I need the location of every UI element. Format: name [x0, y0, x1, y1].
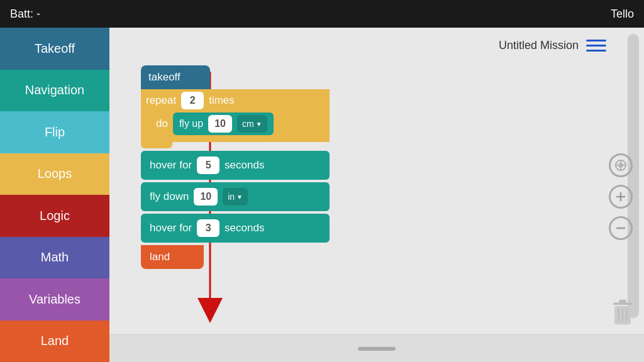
menu-line-3 [586, 50, 606, 52]
svg-rect-11 [619, 300, 626, 304]
main-canvas: Untitled Mission takeoff repeat 2 time [109, 28, 644, 362]
block-repeat-container: repeat 2 times do fly up 10 cm ▼ [141, 89, 330, 142]
mission-title: Untitled Mission [499, 39, 579, 52]
fly-up-unit-box[interactable]: cm ▼ [237, 115, 267, 133]
scroll-handle [358, 347, 396, 351]
minus-icon [614, 222, 627, 234]
block-takeoff[interactable]: takeoff [141, 65, 210, 89]
block-area: takeoff repeat 2 times do fly up 10 [141, 65, 330, 269]
menu-line-1 [586, 40, 606, 41]
crosshair-button[interactable] [609, 153, 633, 177]
sidebar-item-logic[interactable]: Logic [0, 195, 109, 237]
crosshair-icon [614, 158, 628, 172]
unit-dropdown-icon: ▼ [256, 121, 262, 128]
block-land[interactable]: land [141, 245, 204, 269]
block-do-row: do fly up 10 cm ▼ [156, 112, 325, 136]
sidebar: Takeoff Navigation Flip Loops Logic Math… [0, 28, 109, 362]
fly-up-value-box[interactable]: 10 [208, 115, 232, 133]
svg-marker-2 [197, 298, 223, 323]
sidebar-item-math[interactable]: Math [0, 237, 109, 279]
sidebar-item-takeoff[interactable]: Takeoff [0, 28, 109, 70]
trash-icon [609, 298, 636, 328]
sidebar-item-loops[interactable]: Loops [0, 153, 109, 195]
menu-line-2 [586, 45, 606, 47]
zoom-in-button[interactable] [609, 185, 633, 209]
repeat-value-box[interactable]: 2 [181, 92, 204, 109]
zoom-out-button[interactable] [609, 216, 633, 240]
repeat-end-cap [141, 142, 172, 148]
bottom-scroll[interactable] [109, 334, 644, 362]
menu-button[interactable] [586, 35, 606, 55]
sidebar-item-navigation[interactable]: Navigation [0, 70, 109, 112]
sidebar-item-flip[interactable]: Flip [0, 111, 109, 153]
batt-label: Batt: - [10, 8, 40, 21]
top-bar: Batt: - Tello [0, 0, 644, 28]
block-fly-down[interactable]: fly down 10 in ▼ [141, 182, 330, 211]
sidebar-item-variables[interactable]: Variables [0, 278, 109, 321]
sidebar-item-land[interactable]: Land [0, 321, 109, 363]
app-name: Tello [611, 8, 634, 21]
controls-panel [609, 153, 633, 240]
block-fly-up[interactable]: fly up 10 cm ▼ [173, 112, 274, 135]
fly-down-unit-box[interactable]: in ▼ [223, 188, 248, 206]
block-hover-2[interactable]: hover for 3 seconds [141, 214, 330, 243]
block-hover-1[interactable]: hover for 5 seconds [141, 151, 330, 180]
block-repeat-header: repeat 2 times [146, 89, 325, 112]
trash-area[interactable] [609, 298, 636, 331]
plus-icon [614, 190, 627, 203]
mission-area: Untitled Mission [499, 35, 606, 55]
hover2-value-box[interactable]: 3 [197, 219, 219, 237]
fly-down-dropdown-icon: ▼ [236, 194, 243, 200]
fly-down-value-box[interactable]: 10 [194, 188, 218, 206]
hover1-value-box[interactable]: 5 [197, 156, 219, 174]
